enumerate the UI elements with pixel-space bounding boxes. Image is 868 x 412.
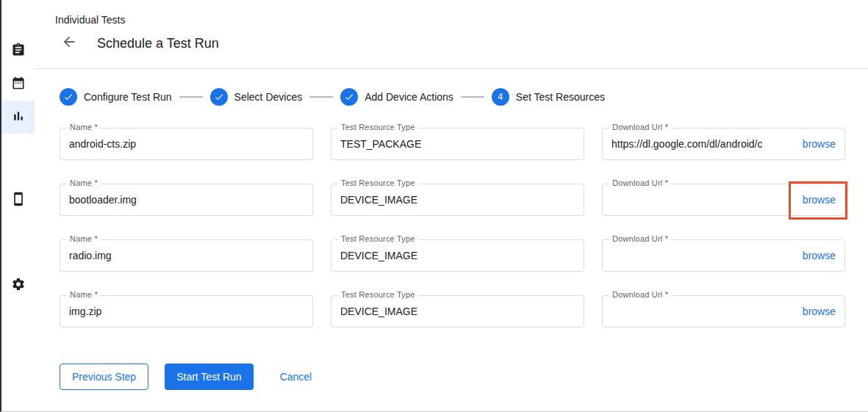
resource-type-value: DEVICE_IMAGE xyxy=(340,250,417,261)
name-field[interactable]: Name * bootloader.img xyxy=(60,184,313,216)
step-connector xyxy=(461,96,484,98)
step-label: Add Device Actions xyxy=(365,91,453,103)
check-icon xyxy=(60,88,77,106)
resource-type-field[interactable]: Test Resource Type DEVICE_IMAGE xyxy=(331,184,584,216)
name-field-value: android-cts.zip xyxy=(69,138,136,150)
sidebar xyxy=(1,0,35,411)
resource-type-label: Test Resource Type xyxy=(338,123,418,131)
cancel-button[interactable]: Cancel xyxy=(268,364,324,390)
back-button[interactable] xyxy=(60,35,78,52)
test-resources-form: Name * android-cts.zip Test Resource Typ… xyxy=(60,128,845,328)
step-select-devices[interactable]: Select Devices xyxy=(210,88,303,106)
app-window: Individual Tests Schedule a Test Run Con… xyxy=(0,0,868,412)
name-field-value: img.zip xyxy=(69,306,101,317)
name-field-label: Name * xyxy=(67,178,101,187)
resource-type-field[interactable]: Test Resource Type DEVICE_IMAGE xyxy=(331,295,584,328)
sidebar-item-calendar[interactable] xyxy=(1,68,35,101)
back-arrow-icon xyxy=(61,34,77,53)
step-number-badge: 4 xyxy=(492,88,509,106)
previous-step-button[interactable]: Previous Step xyxy=(60,364,148,390)
download-url-label: Download Url * xyxy=(609,123,671,131)
step-connector xyxy=(309,96,333,98)
browse-button[interactable]: browse xyxy=(803,250,836,261)
name-field[interactable]: Name * radio.img xyxy=(60,239,313,272)
check-icon xyxy=(340,88,358,106)
resource-type-field[interactable]: Test Resource Type DEVICE_IMAGE xyxy=(331,239,584,272)
step-connector xyxy=(179,96,203,98)
download-url-label: Download Url * xyxy=(609,178,671,187)
step-label: Configure Test Run xyxy=(84,91,172,103)
browse-button[interactable]: browse xyxy=(803,138,836,150)
download-url-label: Download Url * xyxy=(609,234,671,243)
sidebar-item-test-runs[interactable] xyxy=(1,101,35,134)
resource-type-label: Test Resource Type xyxy=(338,178,418,187)
browse-button[interactable]: browse xyxy=(803,306,836,317)
step-set-test-resources[interactable]: 4 Set Test Resources xyxy=(492,88,605,106)
download-url-label: Download Url * xyxy=(609,290,671,299)
clipboard-icon xyxy=(11,43,26,60)
name-field-value: radio.img xyxy=(69,250,112,261)
name-field[interactable]: Name * android-cts.zip xyxy=(60,128,313,160)
download-url-field[interactable]: Download Url * https://dl.google.com/dl/… xyxy=(602,128,845,160)
step-label: Set Test Resources xyxy=(516,91,605,103)
resource-type-label: Test Resource Type xyxy=(338,234,418,243)
bar-chart-icon xyxy=(11,109,26,126)
download-url-value: https://dl.google.com/dl/android/c xyxy=(611,138,797,150)
sidebar-item-settings[interactable] xyxy=(1,269,35,302)
name-field-label: Name * xyxy=(67,290,101,299)
gear-icon xyxy=(11,277,26,294)
page-title: Schedule a Test Run xyxy=(97,36,219,51)
resource-type-label: Test Resource Type xyxy=(338,290,418,299)
main-content: Individual Tests Schedule a Test Run Con… xyxy=(35,0,868,411)
resource-type-field[interactable]: Test Resource Type TEST_PACKAGE xyxy=(331,128,584,160)
step-configure-test-run[interactable]: Configure Test Run xyxy=(60,88,172,106)
step-label: Select Devices xyxy=(234,91,303,103)
download-url-field[interactable]: Download Url * browse xyxy=(602,239,845,272)
stepper: Configure Test Run Select Devices Add De… xyxy=(60,88,868,106)
check-icon xyxy=(210,88,228,106)
page-header: Individual Tests Schedule a Test Run xyxy=(35,0,868,54)
browse-button[interactable]: browse xyxy=(803,194,836,206)
name-field-label: Name * xyxy=(67,234,101,243)
resource-type-value: TEST_PACKAGE xyxy=(340,138,421,150)
download-url-field[interactable]: Download Url * browse xyxy=(602,184,845,216)
form-actions: Previous Step Start Test Run Cancel xyxy=(60,364,868,390)
start-test-run-button[interactable]: Start Test Run xyxy=(165,364,253,390)
name-field-label: Name * xyxy=(67,123,101,131)
sidebar-item-devices[interactable] xyxy=(1,184,35,217)
sidebar-item-tests[interactable] xyxy=(1,35,35,68)
calendar-icon xyxy=(11,76,26,93)
step-add-device-actions[interactable]: Add Device Actions xyxy=(340,88,453,106)
name-field[interactable]: Name * img.zip xyxy=(60,295,313,328)
download-url-field[interactable]: Download Url * browse xyxy=(602,295,845,328)
phone-icon xyxy=(11,192,26,209)
resource-type-value: DEVICE_IMAGE xyxy=(340,306,417,317)
resource-type-value: DEVICE_IMAGE xyxy=(340,194,417,206)
header-divider xyxy=(35,68,868,69)
section-title: Individual Tests xyxy=(35,0,868,26)
name-field-value: bootloader.img xyxy=(69,194,137,206)
